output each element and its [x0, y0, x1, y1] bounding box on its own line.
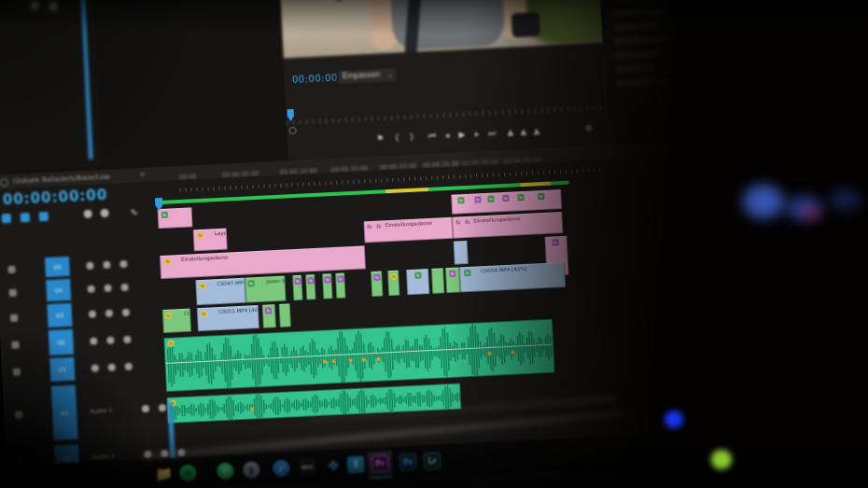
clip[interactable]: [454, 241, 469, 265]
clip-jason-intro[interactable]: fxJason Intro: [245, 276, 286, 303]
list-item[interactable]: [614, 36, 671, 44]
fit-dropdown[interactable]: Einpassen ⌄: [336, 66, 398, 85]
video-preview: [279, 0, 604, 58]
list-item[interactable]: [613, 8, 666, 16]
check-badge-icon-glyph: ✓: [273, 460, 290, 478]
mark-out-button[interactable]: }: [405, 130, 419, 144]
step-forward-button[interactable]: ▸: [470, 127, 484, 141]
list-item[interactable]: [616, 65, 656, 72]
whatsapp-icon[interactable]: ✆: [216, 461, 235, 481]
panel-icon[interactable]: [49, 2, 58, 10]
clip[interactable]: fx: [262, 304, 276, 328]
fx-badge: fx: [165, 313, 172, 319]
clip-label: Einstellungsebene: [181, 255, 229, 262]
audio-keyframe[interactable]: [332, 359, 336, 363]
source-panel: [0, 0, 102, 172]
clip[interactable]: fx: [406, 269, 429, 295]
green-led: [711, 450, 732, 469]
audio-keyframe[interactable]: [487, 352, 491, 356]
moon-icon[interactable]: ◗: [242, 460, 261, 480]
play-button[interactable]: ▶: [455, 128, 469, 142]
fx-badge: fx: [538, 193, 544, 200]
list-item[interactable]: [612, 0, 653, 2]
whatsapp-icon-glyph: ✆: [217, 463, 234, 481]
go-to-in-button[interactable]: ⏮: [426, 129, 440, 143]
fx-badge: fx: [294, 278, 301, 285]
check-badge-icon[interactable]: ✓: [272, 459, 291, 479]
fx-badge: fx: [373, 274, 380, 281]
settings-button[interactable]: ⚙: [582, 121, 596, 135]
moon-icon-glyph: ◗: [243, 461, 260, 479]
fx-badge: fx: [201, 311, 207, 317]
blue-window-icon[interactable]: ⫿⫿: [346, 455, 366, 475]
clip[interactable]: fx: [305, 274, 315, 300]
fx-badge: fx: [161, 212, 168, 218]
audio-keyframe[interactable]: [511, 350, 514, 354]
clip[interactable]: fx: [445, 267, 460, 293]
fx-glyph: fx: [367, 223, 372, 230]
clip-c0054-mp4-40-[interactable]: fxC0054.MP4 [40%]: [459, 262, 566, 292]
clip[interactable]: fx: [292, 275, 302, 300]
clip[interactable]: fxfxfxfxfxfx: [451, 189, 562, 215]
video-camera: [511, 12, 540, 37]
preview-zoom-handle[interactable]: [288, 127, 296, 134]
fit-dropdown-label: Einpassen: [343, 70, 381, 80]
audio-keyframe[interactable]: [362, 357, 366, 361]
epic-games-icon[interactable]: EPIC: [298, 457, 317, 477]
game-icon[interactable]: ❖: [324, 456, 343, 476]
fx-badge: fx: [164, 258, 171, 265]
spotify-icon[interactable]: ≋: [178, 463, 198, 482]
audio-keyframe[interactable]: [377, 356, 381, 360]
clip-einstellungsebene[interactable]: fxfxEinstellungsebene: [452, 212, 563, 239]
clip[interactable]: [279, 303, 291, 328]
clip-layer-0[interactable]: fxLayer 0: [193, 229, 228, 252]
lightroom-icon-glyph: Lr: [424, 453, 441, 470]
list-item[interactable]: [616, 78, 668, 86]
add-marker-button[interactable]: ⚑: [373, 132, 387, 146]
list-item[interactable]: [615, 50, 664, 58]
bokeh-red: [799, 207, 823, 218]
clip[interactable]: fx: [371, 271, 383, 297]
epic-games-icon-glyph: EPIC: [299, 458, 316, 476]
clip-c0051-mp4-40-[interactable]: fxC0051.MP4 [40%]: [197, 305, 259, 331]
audio-keyframe[interactable]: [349, 358, 353, 362]
chevron-down-icon: ⌄: [387, 69, 394, 82]
fx-badge: fx: [197, 232, 203, 239]
active-underline: [370, 476, 392, 479]
clip[interactable]: [431, 268, 444, 294]
panel-icon[interactable]: [31, 1, 39, 9]
folder-icon[interactable]: 📁: [154, 465, 174, 484]
fx-badge: fx: [265, 307, 272, 314]
spotify-icon-glyph: ≋: [179, 464, 197, 481]
fx-badge: fx: [474, 196, 481, 202]
fx-glyph: fx: [464, 218, 469, 225]
clip-c0047-mp4[interactable]: fxC0047.MP4: [195, 278, 245, 306]
lightroom-icon[interactable]: Lr: [423, 452, 442, 471]
extract-button[interactable]: ▲: [517, 125, 531, 139]
export-frame-button[interactable]: ▲: [530, 124, 544, 138]
panel-scrollbar[interactable]: [80, 0, 93, 160]
photoshop-icon[interactable]: Ps: [399, 453, 418, 472]
photo-of-editing-workstation: 00:00:00:00 Einpassen ⌄ ⚑{}⏮◂▶▸⏭▲▲▲⚙ Glo…: [0, 0, 868, 488]
list-item[interactable]: [614, 23, 659, 30]
audio-keyframe[interactable]: [323, 359, 327, 363]
lift-button[interactable]: ▲: [504, 125, 518, 139]
fx-badge: fx: [464, 270, 470, 276]
mark-in-button[interactable]: {: [390, 131, 404, 145]
go-to-out-button[interactable]: ⏭: [485, 126, 499, 140]
program-monitor-panel: 00:00:00:00 Einpassen ⌄ ⚑{}⏮◂▶▸⏭▲▲▲⚙: [280, 0, 617, 160]
clip-label: C0050: [184, 310, 191, 316]
clip[interactable]: fx: [322, 273, 332, 299]
clip[interactable]: fx: [387, 271, 399, 297]
photoshop-icon-glyph: Ps: [399, 453, 417, 471]
clip-label: Layer 0: [215, 230, 228, 236]
audio-keyframe[interactable]: [250, 408, 254, 411]
clip[interactable]: fx: [158, 207, 193, 229]
clip-c0050[interactable]: fxC0050: [162, 309, 191, 333]
fx-badge: fx: [487, 196, 494, 202]
step-back-button[interactable]: ◂: [441, 129, 455, 143]
premiere-pro-icon[interactable]: Pr: [371, 453, 390, 473]
clip-einstellungsebene[interactable]: fxfxEinstellungsebene: [363, 217, 453, 244]
premiere-pro-icon-glyph: Pr: [371, 454, 389, 472]
clip[interactable]: fx: [335, 272, 345, 298]
